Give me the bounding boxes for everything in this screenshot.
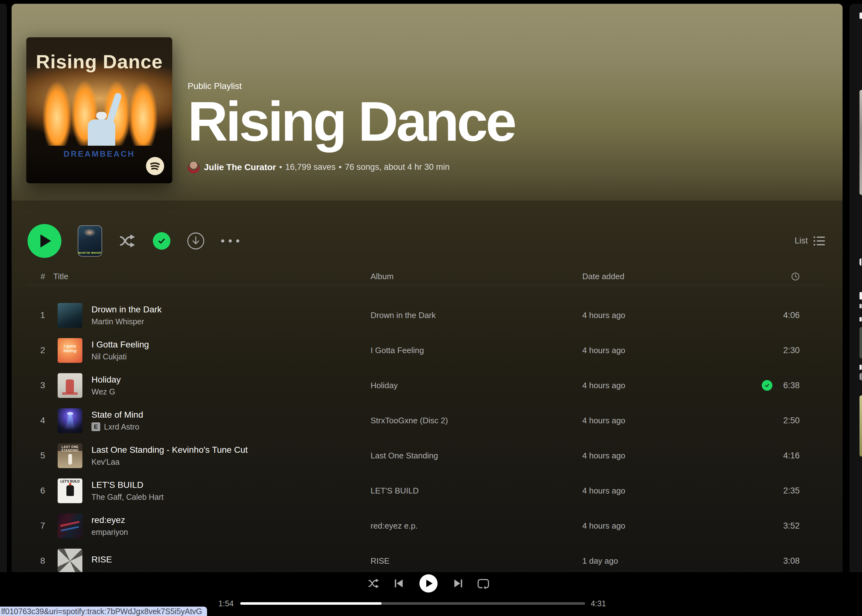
player-shuffle-button[interactable] <box>367 577 381 590</box>
previous-icon <box>393 577 405 590</box>
download-icon <box>187 232 205 250</box>
playlist-cover-art[interactable]: Rising Dance DREAMBEACH <box>26 37 172 183</box>
track-artist[interactable]: E Lxrd Astro <box>91 423 143 431</box>
right-panel-fragment <box>859 317 862 322</box>
track-cover <box>58 373 82 398</box>
owner-avatar[interactable] <box>188 161 199 173</box>
track-table-header: # Title Album Date added <box>27 268 827 285</box>
track-row[interactable]: 2 I gotta feeling I Gotta Feeling Nil Cu… <box>27 333 827 368</box>
ellipsis-icon <box>221 239 224 242</box>
previous-track-button[interactable] <box>393 577 405 590</box>
cover-text: I gotta feeling <box>58 344 82 353</box>
download-button[interactable] <box>187 232 205 250</box>
shuffle-icon <box>367 577 381 590</box>
player-play-button[interactable] <box>419 574 438 592</box>
track-date-added: 4 hours ago <box>571 346 740 355</box>
track-row[interactable]: 6 LET'S BUILD LET'S BUILD The Gaff, Cale… <box>27 473 827 508</box>
header-album[interactable]: Album <box>359 272 571 281</box>
video-preview-label: MARTIN WHISPER <box>78 251 102 255</box>
track-artist[interactable]: The Gaff, Caleb Hart <box>91 493 163 501</box>
ellipsis-icon <box>229 239 232 242</box>
header-index[interactable]: # <box>27 272 53 281</box>
track-row[interactable]: 7 red:eyez empariyon red:eyez e.p. 4 hou… <box>27 508 827 543</box>
track-title[interactable]: Holiday <box>91 375 121 385</box>
cover-text: LAST ONE STANDING <box>58 445 82 452</box>
track-artist[interactable]: Wez G <box>91 387 121 396</box>
track-artist[interactable]: Martin Whisper <box>91 317 162 326</box>
track-title[interactable]: red:eyez <box>91 515 128 525</box>
right-panel-fragment <box>859 258 861 266</box>
track-album[interactable]: StrxTooGxne (Disc 2) <box>359 416 571 426</box>
owner-name[interactable]: Julie The Curator <box>204 162 276 172</box>
saved-to-library-button[interactable] <box>153 232 170 250</box>
track-artist[interactable]: empariyon <box>91 528 128 537</box>
track-title[interactable]: Last One Standing - Kevinho's Tune Cut <box>91 445 248 455</box>
progress-fill <box>240 602 382 605</box>
track-title[interactable]: LET'S BUILD <box>91 480 163 490</box>
track-album[interactable]: Last One Standing <box>359 451 571 460</box>
track-artist[interactable]: Kev'Laa <box>91 457 248 467</box>
track-date-added: 4 hours ago <box>571 416 740 426</box>
track-album[interactable]: Holiday <box>359 381 571 390</box>
next-track-button[interactable] <box>452 577 465 590</box>
header-duration[interactable] <box>740 272 827 281</box>
meta-separator: • <box>279 162 282 172</box>
track-number: 8 <box>27 556 53 566</box>
track-cover <box>58 548 82 574</box>
more-options-button[interactable] <box>221 239 239 242</box>
track-album[interactable]: RISE <box>359 556 571 566</box>
shuffle-button[interactable] <box>118 232 137 250</box>
view-toggle[interactable]: List <box>794 236 825 246</box>
track-album[interactable]: red:eyez e.p. <box>359 521 571 531</box>
track-duration: 4:06 <box>740 311 827 320</box>
playlist-type-label: Public Playlist <box>188 81 515 91</box>
track-album[interactable]: LET'S BUILD <box>359 486 571 496</box>
track-list: 1 Drown in the Dark Martin Whisper Drown… <box>27 298 827 578</box>
playlist-title[interactable]: Rising Dance <box>188 93 515 150</box>
playlist-view: Rising Dance DREAMBEACH Public Playlist … <box>12 4 843 616</box>
track-saved-icon[interactable] <box>762 380 773 391</box>
app-window: Rising Dance DREAMBEACH Public Playlist … <box>0 0 862 616</box>
header-title[interactable]: Title <box>53 272 359 281</box>
right-panel-fragment <box>859 13 862 19</box>
track-number: 1 <box>27 310 53 320</box>
track-row[interactable]: 1 Drown in the Dark Martin Whisper Drown… <box>27 298 827 333</box>
progress-bar[interactable] <box>240 602 585 605</box>
track-row[interactable]: 4 State of Mind E Lxrd Astro St <box>27 403 827 438</box>
track-title[interactable]: State of Mind <box>91 410 143 420</box>
track-date-added: 4 hours ago <box>571 381 740 390</box>
repeat-button[interactable] <box>476 577 490 590</box>
track-number: 7 <box>27 521 53 531</box>
track-title[interactable]: Drown in the Dark <box>91 305 162 314</box>
shuffle-icon <box>118 232 137 250</box>
clock-icon <box>791 272 800 281</box>
track-number: 4 <box>27 415 53 426</box>
track-album[interactable]: I Gotta Feeling <box>359 346 571 355</box>
track-row[interactable]: 5 LAST ONE STANDING Last One Standing - … <box>27 438 827 473</box>
play-button[interactable] <box>28 224 61 258</box>
track-duration: 2:30 <box>740 346 827 355</box>
track-duration: 2:50 <box>740 416 827 426</box>
list-view-icon <box>813 236 825 246</box>
view-toggle-label: List <box>794 236 808 246</box>
playlist-body: MARTIN WHISPER <box>12 201 843 616</box>
track-duration: 3:52 <box>740 521 827 531</box>
track-row[interactable]: 3 Holiday Wez G Holiday 4 hours ago <box>27 368 827 403</box>
header-date-added[interactable]: Date added <box>571 272 740 281</box>
track-number: 5 <box>27 451 53 460</box>
repeat-icon <box>476 577 490 590</box>
track-table: # Title Album Date added 1 <box>27 268 827 578</box>
right-panel-fragment <box>859 395 862 457</box>
track-artist[interactable]: Nil Cukjati <box>91 352 149 361</box>
play-icon <box>426 580 433 587</box>
track-date-added: 1 day ago <box>571 556 740 566</box>
right-panel-fragment <box>859 304 862 308</box>
now-playing-video-preview[interactable]: MARTIN WHISPER <box>78 225 102 257</box>
track-album[interactable]: Drown in the Dark <box>359 311 571 320</box>
songs-summary: 76 songs, about 4 hr 30 min <box>345 162 450 172</box>
track-title[interactable]: RISE <box>91 555 112 565</box>
track-title[interactable]: I Gotta Feeling <box>91 339 149 350</box>
track-cover <box>58 408 82 433</box>
saves-count: 16,799 saves <box>285 162 336 172</box>
right-panel-sliver <box>849 4 862 572</box>
